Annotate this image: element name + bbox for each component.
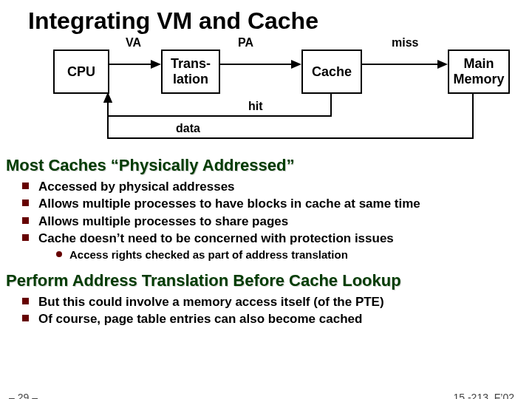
va-label: VA (126, 36, 141, 50)
list-item: Allows multiple processes to have blocks… (22, 195, 532, 212)
data-label: data (176, 122, 200, 135)
list-item: Of course, page table entries can also b… (22, 310, 532, 327)
vm-cache-diagram: CPU Trans- lation Cache Main Memory VA P… (0, 35, 532, 153)
list-item: But this could involve a memory access i… (22, 293, 532, 310)
list-item: Cache doesn’t need to be concerned with … (22, 230, 532, 264)
hit-label: hit (248, 100, 263, 113)
cpu-box: CPU (53, 50, 109, 94)
section1-heading: Most Caches “Physically Addressed” (0, 153, 532, 177)
cache-box: Cache (301, 50, 362, 94)
section2-heading: Perform Address Translation Before Cache… (0, 268, 532, 292)
miss-label: miss (392, 36, 418, 50)
list-item: Access rights checked as part of address… (56, 248, 532, 263)
section2-list: But this could involve a memory access i… (22, 293, 532, 328)
main-memory-box: Main Memory (448, 50, 510, 94)
section1-sublist: Access rights checked as part of address… (56, 248, 532, 263)
slide-number: – 29 – (9, 392, 38, 399)
translation-box: Trans- lation (161, 50, 220, 94)
list-item: Accessed by physical addresses (22, 178, 532, 195)
course-label: 15 -213, F’02 (454, 392, 515, 399)
list-item: Allows multiple processes to share pages (22, 213, 532, 230)
page-title: Integrating VM and Cache (0, 0, 532, 35)
pa-label: PA (238, 36, 253, 50)
section1-list: Accessed by physical addresses Allows mu… (22, 178, 532, 264)
